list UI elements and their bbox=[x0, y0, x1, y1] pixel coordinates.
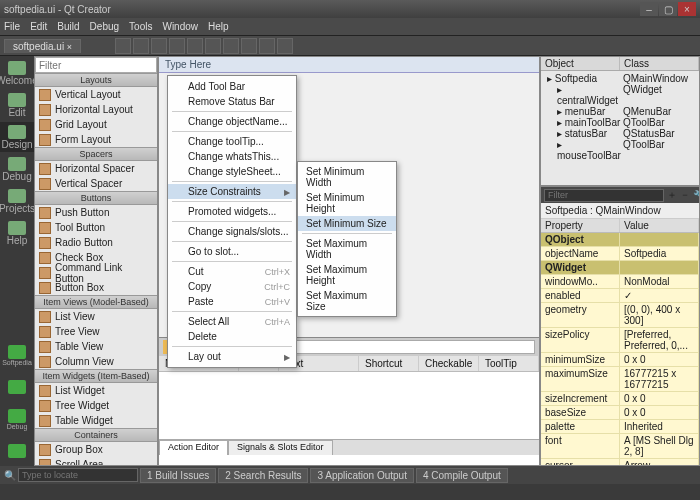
ctx-remove-status-bar[interactable]: Remove Status Bar bbox=[168, 94, 296, 109]
minus-icon[interactable]: － bbox=[680, 188, 690, 202]
widget-item[interactable]: Vertical Spacer bbox=[35, 176, 157, 191]
plus-icon[interactable]: ＋ bbox=[667, 188, 677, 202]
widget-item[interactable]: Group Box bbox=[35, 442, 157, 457]
ctx-change-signals-slots-[interactable]: Change signals/slots... bbox=[168, 224, 296, 239]
property-filter-input[interactable] bbox=[544, 189, 664, 202]
close-button[interactable]: × bbox=[678, 2, 696, 16]
mode-edit[interactable]: Edit bbox=[0, 90, 34, 120]
widget-section-header[interactable]: Containers bbox=[35, 428, 157, 442]
property-row[interactable]: windowMo..NonModal bbox=[541, 275, 699, 289]
widget-item[interactable]: Tree Widget bbox=[35, 398, 157, 413]
maximize-button[interactable]: ▢ bbox=[659, 2, 677, 16]
widget-item[interactable]: Tree View bbox=[35, 324, 157, 339]
widget-section-header[interactable]: Buttons bbox=[35, 191, 157, 205]
ctx-size-constraints[interactable]: Size Constraints▶ bbox=[168, 184, 296, 199]
sub-set-minimum-width[interactable]: Set Minimum Width bbox=[298, 164, 396, 190]
property-row[interactable]: QWidget bbox=[541, 261, 699, 275]
widget-section-header[interactable]: Item Views (Model-Based) bbox=[35, 295, 157, 309]
action-col[interactable]: Shortcut bbox=[359, 356, 419, 371]
mode-welcome[interactable]: Welcome bbox=[0, 58, 34, 88]
property-row[interactable]: maximumSize16777215 x 16777215 bbox=[541, 367, 699, 392]
ctx-copy[interactable]: CopyCtrl+C bbox=[168, 279, 296, 294]
widget-item[interactable]: Horizontal Layout bbox=[35, 102, 157, 117]
mode-debug[interactable]: Debug bbox=[0, 154, 34, 184]
toolbar-button[interactable] bbox=[205, 38, 221, 54]
widget-item[interactable]: Radio Button bbox=[35, 235, 157, 250]
sub-set-maximum-size[interactable]: Set Maximum Size bbox=[298, 288, 396, 314]
col-object[interactable]: Object bbox=[541, 57, 620, 70]
ctx-select-all[interactable]: Select AllCtrl+A bbox=[168, 314, 296, 329]
menu-tools[interactable]: Tools bbox=[129, 21, 152, 32]
property-row[interactable]: minimumSize0 x 0 bbox=[541, 353, 699, 367]
ctx-change-whatsthis-[interactable]: Change whatsThis... bbox=[168, 149, 296, 164]
menu-file[interactable]: File bbox=[4, 21, 20, 32]
menu-debug[interactable]: Debug bbox=[90, 21, 119, 32]
object-row[interactable]: ▸ SoftpediaQMainWindow bbox=[543, 73, 697, 84]
toolbar-button[interactable] bbox=[223, 38, 239, 54]
form-editor[interactable]: Type Here Add Tool BarRemove Status BarC… bbox=[158, 56, 540, 466]
menu-help[interactable]: Help bbox=[208, 21, 229, 32]
col-value[interactable]: Value bbox=[620, 219, 699, 232]
toolbar-button[interactable] bbox=[259, 38, 275, 54]
run-control[interactable]: Debug bbox=[0, 404, 34, 434]
ctx-change-objectname-[interactable]: Change objectName... bbox=[168, 114, 296, 129]
output-pane-button[interactable]: 4 Compile Output bbox=[416, 468, 508, 483]
toolbar-button[interactable] bbox=[277, 38, 293, 54]
locator-icon[interactable]: 🔍 bbox=[4, 470, 16, 481]
widget-item[interactable]: Table Widget bbox=[35, 413, 157, 428]
menu-type-here[interactable]: Type Here bbox=[159, 57, 539, 73]
ctx-delete[interactable]: Delete bbox=[168, 329, 296, 344]
menu-window[interactable]: Window bbox=[162, 21, 198, 32]
action-col[interactable]: ToolTip bbox=[479, 356, 539, 371]
ctx-paste[interactable]: PasteCtrl+V bbox=[168, 294, 296, 309]
menu-edit[interactable]: Edit bbox=[30, 21, 47, 32]
widget-item[interactable]: Grid Layout bbox=[35, 117, 157, 132]
toolbar-button[interactable] bbox=[115, 38, 131, 54]
ctx-promoted-widgets-[interactable]: Promoted widgets... bbox=[168, 204, 296, 219]
toolbar-button[interactable] bbox=[241, 38, 257, 54]
property-row[interactable]: cursorArrow bbox=[541, 459, 699, 465]
toolbar-button[interactable] bbox=[151, 38, 167, 54]
property-row[interactable]: QObject bbox=[541, 233, 699, 247]
widget-item[interactable]: Form Layout bbox=[35, 132, 157, 147]
widget-filter-input[interactable] bbox=[35, 57, 157, 73]
property-row[interactable]: enabled✓ bbox=[541, 289, 699, 303]
property-row[interactable]: geometry[(0, 0), 400 x 300] bbox=[541, 303, 699, 328]
property-row[interactable]: objectNameSoftpedia bbox=[541, 247, 699, 261]
output-pane-button[interactable]: 2 Search Results bbox=[218, 468, 308, 483]
mode-projects[interactable]: Projects bbox=[0, 186, 34, 216]
widget-item[interactable]: Vertical Layout bbox=[35, 87, 157, 102]
ctx-change-tooltip-[interactable]: Change toolTip... bbox=[168, 134, 296, 149]
output-pane-button[interactable]: 1 Build Issues bbox=[140, 468, 216, 483]
property-row[interactable]: paletteInherited bbox=[541, 420, 699, 434]
sub-set-minimum-size[interactable]: Set Minimum Size bbox=[298, 216, 396, 231]
run-control[interactable] bbox=[0, 372, 34, 402]
widget-item[interactable]: Horizontal Spacer bbox=[35, 161, 157, 176]
ctx-go-to-slot-[interactable]: Go to slot... bbox=[168, 244, 296, 259]
col-class[interactable]: Class bbox=[620, 57, 699, 70]
output-pane-button[interactable]: 3 Application Output bbox=[310, 468, 414, 483]
widget-section-header[interactable]: Spacers bbox=[35, 147, 157, 161]
object-row[interactable]: ▸ mainToolBarQToolBar bbox=[543, 117, 697, 128]
minimize-button[interactable]: – bbox=[640, 2, 658, 16]
wrench-icon[interactable]: 🔧 bbox=[693, 190, 700, 201]
property-row[interactable]: fontA [MS Shell Dlg 2, 8] bbox=[541, 434, 699, 459]
sub-set-maximum-height[interactable]: Set Maximum Height bbox=[298, 262, 396, 288]
property-row[interactable]: baseSize0 x 0 bbox=[541, 406, 699, 420]
mode-help[interactable]: Help bbox=[0, 218, 34, 248]
object-row[interactable]: ▸ centralWidgetQWidget bbox=[543, 84, 697, 106]
widget-item[interactable]: List Widget bbox=[35, 383, 157, 398]
run-control[interactable]: Softpedia bbox=[0, 340, 34, 370]
widget-item[interactable]: Table View bbox=[35, 339, 157, 354]
locator-input[interactable] bbox=[18, 468, 138, 482]
mode-design[interactable]: Design bbox=[0, 122, 34, 152]
ctx-change-stylesheet-[interactable]: Change styleSheet... bbox=[168, 164, 296, 179]
col-property[interactable]: Property bbox=[541, 219, 620, 232]
action-filter-input[interactable] bbox=[271, 340, 535, 354]
sub-set-minimum-height[interactable]: Set Minimum Height bbox=[298, 190, 396, 216]
toolbar-button[interactable] bbox=[169, 38, 185, 54]
ctx-add-tool-bar[interactable]: Add Tool Bar bbox=[168, 79, 296, 94]
toolbar-button[interactable] bbox=[187, 38, 203, 54]
document-tab[interactable]: softpedia.ui × bbox=[4, 39, 81, 53]
object-row[interactable]: ▸ menuBarQMenuBar bbox=[543, 106, 697, 117]
